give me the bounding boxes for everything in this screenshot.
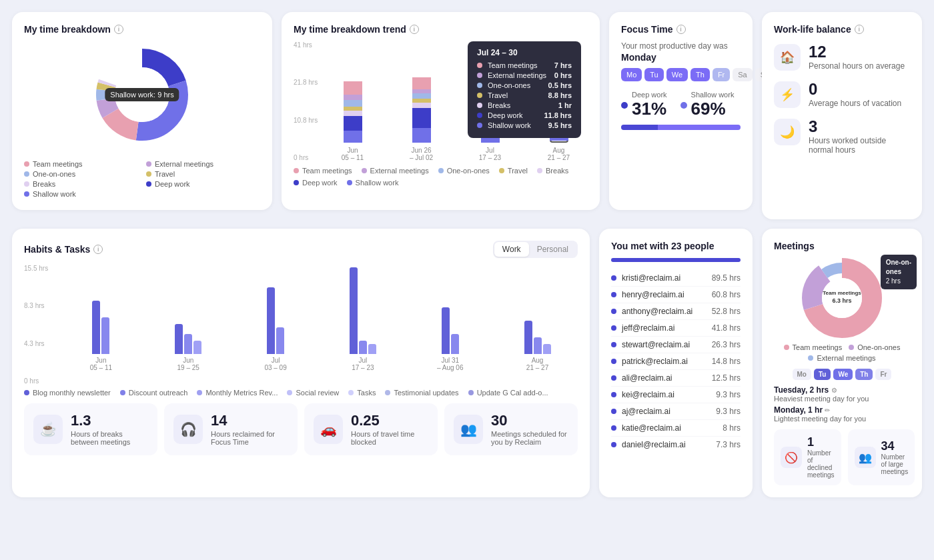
reclaimed-label: Hours reclaimed for Focus Time: [211, 430, 288, 446]
legend-team-meetings: Team meetings: [24, 160, 138, 168]
work-life-card: Work-life balance i 🏠 12 Personal hours …: [762, 12, 922, 219]
legend-dot: [849, 345, 854, 350]
car-icon: 🚗: [314, 415, 343, 444]
lightest-meeting: Monday, 1 hr ✏ Lightest meeting day for …: [774, 405, 910, 423]
day-we[interactable]: We: [666, 68, 688, 81]
legend-item: External meetings: [362, 167, 429, 175]
legend-dot-travel: [146, 171, 151, 177]
declined-icon: 🚫: [781, 447, 802, 468]
right-column: Meetings Team meetings 6.3 hrs: [762, 229, 922, 497]
tooltip-row: External meetings 0 hrs: [477, 71, 572, 79]
bar-label: Jul03 – 09: [264, 357, 286, 371]
legend-dot: [197, 390, 202, 395]
declined-meetings-stat: 🚫 1 Number of declined meetings: [774, 429, 841, 485]
focus-info-icon[interactable]: i: [676, 25, 686, 34]
people-list: kristi@reclaim.ai 89.5 hrs henry@reclaim…: [611, 270, 741, 453]
heaviest-desc: Heaviest meeting day for you: [774, 395, 910, 403]
bar-stack: [412, 77, 431, 143]
people-icon: 👥: [454, 415, 483, 444]
shallow-work-stat: Shallow work 69%: [680, 91, 735, 119]
deep-work-stat: Deep work 31%: [621, 91, 667, 119]
day-mo-chip[interactable]: Mo: [793, 369, 811, 380]
donut-tooltip: Shallow work: 9 hrs: [105, 88, 179, 101]
day-tu[interactable]: Tu: [644, 68, 663, 81]
day-we-chip[interactable]: We: [833, 369, 853, 380]
travel-label: Hours of travel time blocked: [351, 430, 428, 446]
time-trend-title: My time breakdown trend i: [294, 24, 588, 35]
bar-label: Aug21 – 27: [526, 357, 548, 371]
time-breakdown-info-icon[interactable]: i: [114, 25, 123, 34]
legend-dot: [294, 180, 299, 185]
trend-bar-jun26: Jun 26– Jul 02: [392, 77, 450, 161]
bar-seg: [543, 344, 551, 354]
tooltip-dot: [477, 103, 482, 108]
person-dot: [611, 409, 616, 414]
personal-hours-label: Personal hours on average: [809, 61, 905, 71]
habits-info-icon[interactable]: i: [93, 245, 103, 254]
legend-item: Tasks: [348, 389, 376, 397]
day-th[interactable]: Th: [690, 68, 710, 81]
work-life-info-icon[interactable]: i: [855, 25, 864, 34]
habits-stats: ☕ 1.3 Hours of breaks between meetings 🎧…: [24, 403, 578, 455]
time-trend-info-icon[interactable]: i: [410, 25, 419, 34]
day-fr-chip[interactable]: Fr: [875, 369, 891, 380]
meetings-tooltip: One-on-ones 2 hrs: [881, 255, 917, 289]
day-fr[interactable]: Fr: [713, 68, 730, 81]
person-row: jeff@reclaim.ai 41.8 hrs: [611, 320, 741, 337]
legend-dot: [347, 180, 352, 185]
legend-dot-breaks: [24, 181, 29, 187]
person-dot: [611, 442, 616, 447]
legend-dot: [784, 345, 789, 350]
vacation-value: 0: [809, 81, 901, 97]
trend-tooltip: Jul 24 – 30 Team meetings 7 hrs External…: [468, 41, 581, 138]
legend-travel: Travel: [146, 170, 260, 178]
bar-oneonone: [412, 93, 431, 99]
legend-dot-team: [24, 161, 29, 167]
bar-deep: [344, 116, 362, 131]
wl-personal-hours: 🏠 12 Personal hours on average: [774, 44, 910, 71]
bar-label: Jul17 – 23: [479, 147, 501, 161]
habits-bar-group: Jun19 – 25: [148, 324, 229, 371]
tab-personal[interactable]: Personal: [529, 242, 576, 257]
person-dot: [611, 425, 616, 431]
legend-item: Breaks: [537, 167, 568, 175]
tooltip-dot: [477, 73, 482, 78]
habits-bar-group: Jul03 – 09: [236, 287, 316, 371]
legend-dot: [348, 390, 354, 395]
meetings-card: Meetings Team meetings 6.3 hrs: [762, 229, 922, 497]
person-row: katie@reclaim.ai 8 hrs: [611, 420, 741, 437]
outside-hours-value: 3: [809, 119, 910, 135]
legend-dot-external: [146, 161, 151, 167]
tooltip-dot: [477, 123, 482, 128]
habits-tasks-card: Habits & Tasks i Work Personal 15.5 hrs …: [12, 229, 590, 497]
tab-work[interactable]: Work: [494, 242, 529, 257]
day-th-chip[interactable]: Th: [855, 369, 873, 380]
day-sa[interactable]: Sa: [733, 68, 752, 81]
habits-title: Habits & Tasks i: [24, 244, 103, 255]
breaks-label: Hours of breaks between meetings: [71, 430, 148, 446]
legend-dot: [808, 355, 813, 361]
person-row: stewart@reclaim.ai 26.3 hrs: [611, 337, 741, 353]
met-people-title: You met with 23 people: [611, 241, 741, 251]
day-mo[interactable]: Mo: [621, 68, 642, 81]
bar-seg: [359, 341, 367, 354]
meetings-scheduled-label: Meetings scheduled for you by Reclaim: [491, 430, 568, 446]
bar-seg: [175, 324, 183, 354]
person-row: kei@reclaim.ai 9.3 hrs: [611, 387, 741, 403]
bar-label: Aug21 – 27: [548, 147, 570, 161]
meetings-legend: Team meetings One-on-ones External meeti…: [774, 343, 910, 362]
day-tu-chip[interactable]: Tu: [814, 369, 831, 380]
person-row: patrick@reclaim.ai 14.8 hrs: [611, 353, 741, 370]
legend-item: Deep work: [294, 179, 338, 187]
declined-value: 1: [807, 436, 835, 448]
bar-seg: [101, 317, 109, 354]
legend-dot: [294, 168, 299, 173]
donut-container: Shallow work: 9 hrs Team meetings Extern…: [24, 41, 260, 198]
bar-seg: [193, 341, 201, 354]
bar-breaks: [412, 103, 431, 108]
legend-item: Team meetings: [294, 167, 352, 175]
meetings-title: Meetings: [774, 241, 910, 251]
large-meetings-value: 34: [881, 440, 909, 452]
bar-label: Jul 31– Aug 06: [437, 357, 463, 371]
met-people-card: You met with 23 people kristi@reclaim.ai…: [599, 229, 753, 497]
